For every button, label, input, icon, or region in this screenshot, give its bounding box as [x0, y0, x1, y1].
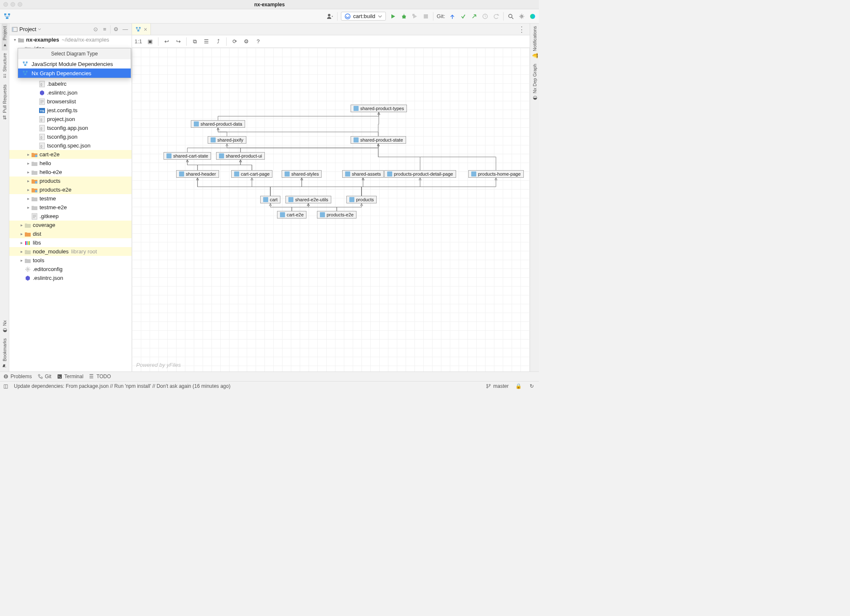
status-message[interactable]: Update dependencies: From package.json /…	[14, 383, 230, 389]
tree-item[interactable]: ▸cart-e2e	[9, 150, 132, 159]
tree-item[interactable]: ▸dist	[9, 229, 132, 238]
graph-node[interactable]: products	[346, 196, 377, 203]
hide-panel-icon[interactable]: —	[121, 26, 129, 33]
editor-tabs-more-icon[interactable]: ⋮	[514, 25, 530, 34]
export-icon[interactable]: ⤴	[214, 38, 222, 45]
graph-node[interactable]: products-product-detail-page	[384, 170, 456, 178]
tree-item[interactable]: {}.babelrc	[9, 79, 132, 88]
search-icon[interactable]	[507, 13, 515, 20]
commit-icon[interactable]	[459, 13, 467, 20]
close-tab-icon[interactable]: ×	[144, 26, 147, 33]
tree-item[interactable]: ▸products-e2e	[9, 185, 132, 194]
gutter-nx-dep-graph[interactable]: ◐Nx Dep Graph	[532, 61, 538, 103]
terminal-tab[interactable]: Terminal	[57, 374, 83, 379]
diagram-canvas[interactable]: Powered by yFiles shared-product-typessh…	[132, 48, 530, 371]
tree-item-label: tsconfig.app.json	[47, 125, 88, 131]
graph-node[interactable]: shared-header	[176, 170, 219, 178]
graph-node[interactable]: cart-cart-page	[231, 170, 272, 178]
help-icon[interactable]: ?	[254, 38, 262, 45]
tree-item[interactable]: ▸testme	[9, 194, 132, 203]
graph-node[interactable]: shared-product-data	[191, 120, 245, 128]
back-icon[interactable]: ↩	[163, 38, 170, 45]
graph-node[interactable]: shared-styles	[282, 170, 322, 178]
graph-node-label: shared-product-data	[201, 121, 242, 126]
expand-all-icon[interactable]: ≡	[101, 26, 108, 33]
panel-settings-icon[interactable]: ⚙	[112, 26, 120, 33]
tool-window-quick-access-icon[interactable]: ◫	[3, 383, 8, 389]
diagram-tool-icon[interactable]	[3, 12, 12, 21]
tree-item[interactable]: ▸hello	[9, 159, 132, 168]
graph-node[interactable]: cart	[260, 196, 280, 203]
tree-item[interactable]: .eslintrc.json	[9, 274, 132, 282]
update-project-icon[interactable]	[449, 13, 456, 20]
graph-node[interactable]: shared-product-state	[351, 136, 406, 144]
tree-item[interactable]: {}tsconfig.spec.json	[9, 141, 132, 150]
history-icon[interactable]	[481, 13, 489, 20]
project-tree[interactable]: ▸.idea▾apps▾cart▸src{}.babelrc.eslintrc.…	[9, 44, 132, 371]
fit-content-icon[interactable]: ▣	[146, 38, 154, 45]
run-config-select[interactable]: cart:build	[341, 12, 386, 21]
tree-item[interactable]: ▸testme-e2e	[9, 203, 132, 212]
project-root[interactable]: ▾ nx-examples ~/idea/nx-examples	[9, 35, 132, 44]
tree-item[interactable]: ▸tools	[9, 256, 132, 265]
graph-node[interactable]: cart-e2e	[277, 211, 306, 218]
tree-item[interactable]: TSjest.config.ts	[9, 106, 132, 115]
gutter-project[interactable]: ▸Project	[2, 24, 8, 50]
git-tab[interactable]: Git	[38, 374, 51, 379]
coverage-icon[interactable]	[411, 13, 419, 20]
module-icon	[320, 212, 325, 217]
push-icon[interactable]	[470, 13, 478, 20]
problems-tab[interactable]: Problems	[3, 374, 32, 379]
lock-icon[interactable]: 🔒	[515, 382, 522, 390]
diagram-settings-icon[interactable]: ⚙	[243, 38, 250, 45]
debug-icon[interactable]	[400, 13, 408, 20]
tree-item[interactable]: .editorconfig	[9, 265, 132, 274]
diagram-tab[interactable]: ×	[132, 24, 151, 35]
tree-item[interactable]: .eslintrc.json	[9, 88, 132, 97]
tree-item[interactable]: .gitkeep	[9, 212, 132, 221]
tree-item[interactable]: ▸libs	[9, 238, 132, 247]
graph-node[interactable]: products-home-page	[468, 170, 524, 178]
todo-tab[interactable]: ☰TODO	[89, 374, 111, 379]
tree-item[interactable]: {}project.json	[9, 115, 132, 124]
stop-icon[interactable]	[422, 13, 430, 20]
graph-node[interactable]: shared-assets	[342, 170, 384, 178]
structure-icon: ⠿	[2, 74, 8, 79]
svg-point-11	[530, 14, 535, 19]
graph-node[interactable]: shared-product-ui	[216, 152, 265, 160]
tree-item[interactable]: {}tsconfig.json	[9, 132, 132, 141]
tree-item[interactable]: browserslist	[9, 97, 132, 106]
graph-node[interactable]: shared-cart-state	[164, 152, 211, 160]
run-icon[interactable]	[389, 13, 397, 20]
popup-item[interactable]: JavaScript Module Dependencies	[18, 59, 131, 68]
zoom-1-1[interactable]: 1:1	[135, 38, 142, 45]
settings-icon[interactable]	[518, 13, 525, 20]
tree-item[interactable]: ▸hello-e2e	[9, 168, 132, 176]
select-opened-file-icon[interactable]: ⊙	[92, 26, 99, 33]
tree-item[interactable]: {}tsconfig.app.json	[9, 124, 132, 132]
jb-toolbox-icon[interactable]	[529, 13, 536, 20]
refresh-icon[interactable]: ⟳	[231, 38, 238, 45]
user-with-dropdown-icon[interactable]	[326, 13, 334, 20]
gutter-pull-requests[interactable]: ⇅Pull Requests	[2, 82, 8, 123]
graph-node[interactable]: shared-e2e-utils	[285, 196, 331, 203]
svg-rect-54	[58, 374, 62, 379]
copy-icon[interactable]: ⧉	[191, 38, 198, 45]
graph-node[interactable]: shared-product-types	[351, 105, 407, 112]
rollback-icon[interactable]	[492, 13, 500, 20]
gutter-bookmarks[interactable]: ⚑Bookmarks	[2, 336, 8, 371]
gutter-nx[interactable]: ◐Nx	[2, 318, 8, 336]
project-view-selector[interactable]: Project	[12, 26, 90, 32]
layout-icon[interactable]: ☰	[203, 38, 210, 45]
tree-item[interactable]: ▸coverage	[9, 221, 132, 229]
graph-node[interactable]: shared-jsxify	[208, 136, 246, 144]
popup-item[interactable]: Nx Graph Dependencies	[18, 68, 131, 78]
gutter-structure[interactable]: ⠿Structure	[2, 50, 8, 82]
forward-icon[interactable]: ↪	[174, 38, 182, 45]
gutter-notifications[interactable]: 🔔Notifications	[532, 24, 538, 61]
sync-icon[interactable]: ↻	[528, 382, 536, 390]
tree-item[interactable]: ▸products	[9, 176, 132, 185]
git-branch[interactable]: master	[486, 383, 509, 389]
tree-item[interactable]: ▸node_moduleslibrary root	[9, 247, 132, 256]
graph-node[interactable]: products-e2e	[317, 211, 356, 218]
